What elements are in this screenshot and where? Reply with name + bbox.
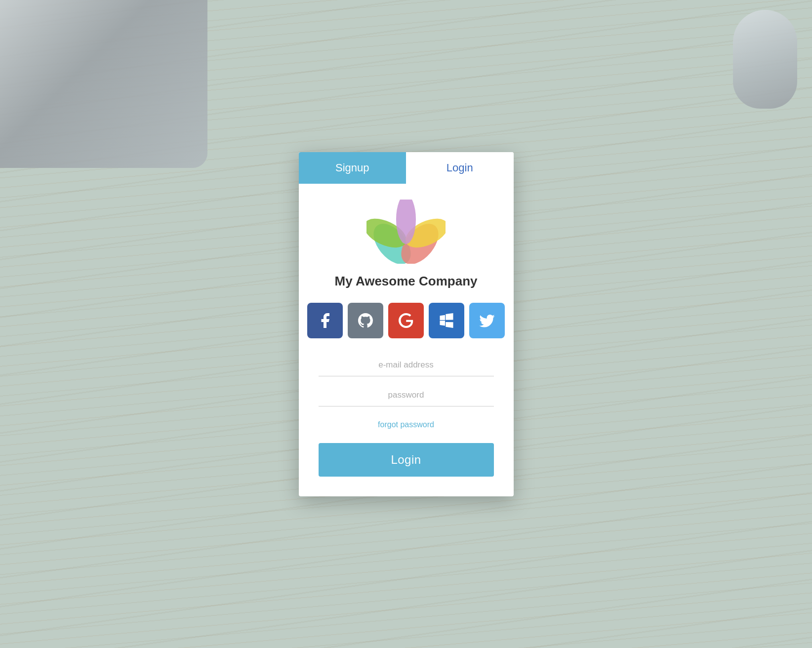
windows-login-button[interactable] <box>429 303 464 338</box>
facebook-icon <box>316 312 334 329</box>
windows-icon <box>438 312 455 329</box>
company-logo <box>366 200 446 266</box>
company-name: My Awesome Company <box>335 274 478 289</box>
auth-tabs: Signup Login <box>299 152 514 184</box>
login-card: Signup Login My Awesome Company <box>299 152 514 496</box>
mouse-decoration <box>733 10 797 109</box>
twitter-login-button[interactable] <box>469 303 505 338</box>
github-login-button[interactable] <box>348 303 383 338</box>
card-body: My Awesome Company <box>299 184 514 496</box>
laptop-decoration <box>0 0 207 168</box>
social-login-buttons <box>307 303 505 338</box>
facebook-login-button[interactable] <box>307 303 343 338</box>
login-form <box>319 354 494 414</box>
github-icon <box>357 312 374 329</box>
email-input[interactable] <box>319 354 494 376</box>
password-input[interactable] <box>319 384 494 406</box>
google-login-button[interactable] <box>388 303 424 338</box>
twitter-icon <box>478 312 496 329</box>
tab-login[interactable]: Login <box>406 152 514 184</box>
login-button[interactable]: Login <box>319 443 494 477</box>
tab-signup[interactable]: Signup <box>299 152 406 184</box>
google-icon <box>397 312 415 329</box>
forgot-password-link[interactable]: forgot password <box>378 420 434 429</box>
